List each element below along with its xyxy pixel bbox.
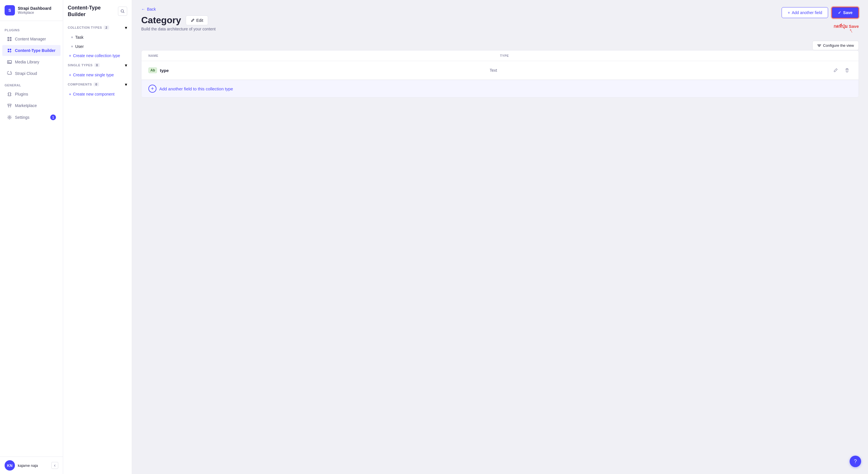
media-library-icon [7,59,12,65]
back-arrow-icon: ← [141,7,145,11]
edit-button[interactable]: Edit [186,15,208,25]
create-new-component-label: Create new component [73,92,115,96]
brand-text: Strapi Dashboard Workplace [18,6,51,14]
panel-search-button[interactable] [118,7,127,16]
components-chevron-icon: ▾ [125,82,127,87]
brand-title: Strapi Dashboard [18,6,51,11]
sidebar-item-content-manager[interactable]: Content Manager [2,34,61,44]
collapse-sidebar-button[interactable]: ‹ [51,462,58,469]
svg-rect-0 [7,37,9,39]
field-name-text: type [160,68,169,73]
components-label: COMPONENTS [68,83,92,86]
sidebar-item-marketplace[interactable]: Marketplace [2,100,61,111]
single-types-section-header[interactable]: SINGLE TYPES 0 ▾ [63,60,132,70]
collection-types-label: COLLECTION TYPES [68,26,102,29]
annotation-text: กดที่ปุ่ม Save [834,23,859,30]
back-label: Back [147,7,156,11]
user-name: kajame naja [18,463,49,468]
add-field-icon: + [787,10,790,15]
svg-rect-3 [10,39,11,41]
plus-icon: + [69,53,71,58]
edit-field-button[interactable] [831,66,840,75]
single-type-plus-icon: + [69,72,71,77]
panel-title: Content-TypeBuilder [68,5,101,18]
configure-view-label: Configure the view [823,43,854,48]
content-manager-icon [7,36,12,41]
annotation-arrow-icon: ↑ [848,27,855,35]
sidebar-item-plugins[interactable]: Plugins [2,89,61,100]
save-button[interactable]: ✓ Save [832,7,859,19]
task-label: Task [75,35,84,40]
field-type-badge: Ab [148,67,157,73]
page-title: Category [141,15,181,26]
table-row: Ab type Text [142,61,859,80]
svg-point-8 [8,61,9,62]
page-subtitle: Build the data architecture of your cont… [141,27,216,31]
sidebar-item-settings[interactable]: Settings 1 [2,112,61,123]
help-icon: ? [854,459,857,465]
collection-types-count: 2 [104,26,109,30]
sidebar-item-plugins-label: Plugins [15,92,28,96]
sidebar-item-marketplace-label: Marketplace [15,103,37,108]
svg-rect-1 [10,37,11,39]
create-new-single-type-label: Create new single type [73,72,114,77]
create-new-single-type-button[interactable]: + Create new single type [63,70,132,80]
brand-icon: S [5,5,15,15]
task-dot [71,36,73,38]
add-field-row-label: Add another field to this collection typ… [159,86,233,91]
svg-rect-4 [8,49,9,50]
sidebar-item-strapi-cloud-label: Strapi Cloud [15,71,37,76]
field-name-cell: Ab type [148,67,490,73]
collection-types-section-header[interactable]: COLLECTION TYPES 2 ▾ [63,23,132,33]
create-new-component-button[interactable]: + Create new component [63,90,132,99]
sidebar-nav: PLUGINS Content Manager Content-Type Bui… [0,21,63,456]
strapi-cloud-icon [7,71,12,76]
brand-subtitle: Workplace [18,11,51,14]
help-button[interactable]: ? [849,455,861,467]
table-header-type: TYPE [500,54,851,57]
marketplace-icon [7,103,12,108]
component-plus-icon: + [69,92,71,96]
field-type-cell: Text [490,68,831,72]
add-field-row[interactable]: + Add another field to this collection t… [142,80,859,97]
sidebar: S Strapi Dashboard Workplace PLUGINS Con… [0,0,63,474]
configure-view-button[interactable]: Configure the view [812,41,859,50]
add-another-field-label: Add another field [792,10,822,15]
svg-rect-2 [7,39,9,41]
save-check-icon: ✓ [838,10,841,15]
sidebar-item-media-library-label: Media Library [15,60,39,64]
fields-table: NAME TYPE Ab type Text + Add another fie… [141,50,859,98]
table-header: NAME TYPE [142,51,859,61]
sidebar-item-ctb-label: Content-Type Builder [15,48,55,53]
sidebar-item-media-library[interactable]: Media Library [2,57,61,67]
user-avatar: KN [5,460,15,471]
svg-rect-6 [8,51,9,52]
sidebar-item-content-type-builder[interactable]: Content-Type Builder [2,45,61,56]
plugins-icon [7,92,12,97]
general-section-label: GENERAL [0,80,63,88]
panel-header: Content-TypeBuilder [63,5,132,23]
sidebar-item-strapi-cloud[interactable]: Strapi Cloud [2,68,61,79]
plugins-section-label: PLUGINS [0,24,63,33]
components-count: 0 [94,82,99,86]
collection-type-item-task[interactable]: Task [63,33,132,42]
collection-type-item-user[interactable]: User [63,42,132,51]
annotation: กดที่ปุ่ม Save ↑ [834,23,859,37]
content-type-builder-icon [7,48,12,53]
single-types-label: SINGLE TYPES [68,63,93,67]
row-actions [831,66,851,75]
single-types-chevron-icon: ▾ [125,63,127,68]
table-header-name: NAME [148,54,500,57]
single-types-count: 0 [94,63,100,67]
sidebar-item-settings-label: Settings [15,115,30,120]
main-content: ← Back Category Edit Build the data arch… [132,0,868,474]
delete-field-button[interactable] [842,66,851,75]
svg-point-11 [9,117,10,118]
back-link[interactable]: ← Back [141,7,216,11]
header-actions: + Add another field ✓ Save กดที่ปุ่ม Sav… [782,7,859,50]
components-section-header[interactable]: COMPONENTS 0 ▾ [63,80,132,90]
add-another-field-button[interactable]: + Add another field [782,7,828,18]
sidebar-item-content-manager-label: Content Manager [15,37,46,41]
create-new-collection-type-button[interactable]: + Create new collection type [63,51,132,60]
settings-badge: 1 [50,115,56,120]
